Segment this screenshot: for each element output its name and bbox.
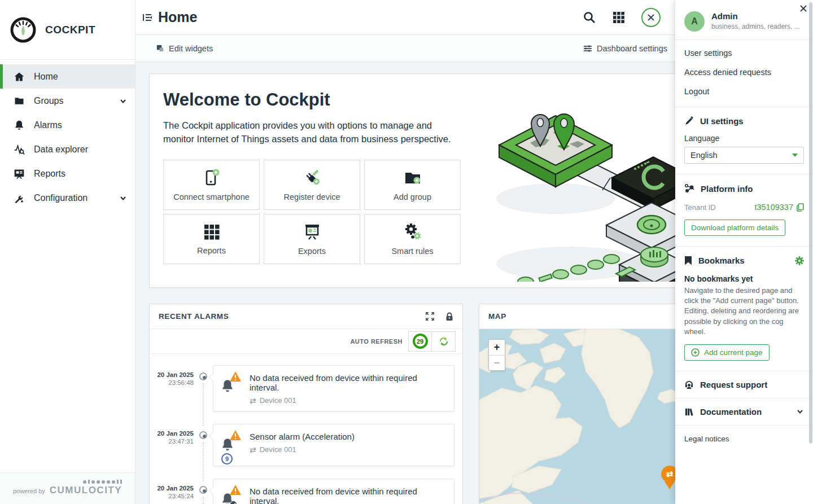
folder-add-icon (403, 168, 422, 187)
chevron-down-icon (792, 154, 798, 157)
cumulocity-logo: CUMULOCITY (50, 480, 122, 496)
device-exchange-icon: ⇄ (250, 397, 256, 405)
dashboard-settings-button[interactable]: Dashboard settings (583, 44, 667, 53)
bell-icon (14, 120, 25, 131)
page-title: Home (158, 9, 197, 25)
data-explorer-icon (14, 144, 25, 155)
map-widget-title: MAP (488, 312, 506, 321)
zoom-in-button[interactable]: + (489, 340, 505, 355)
powered-by-label: powered by (13, 488, 45, 496)
sliders-icon (583, 44, 592, 53)
bookmarks-section: Bookmarks No bookmarks yet Navigate to t… (675, 247, 813, 371)
tile-exports[interactable]: Exports (264, 214, 360, 264)
user-name: Admin (711, 11, 801, 21)
close-panel-button[interactable] (800, 5, 807, 12)
sidebar-item-configuration[interactable]: Configuration (0, 186, 135, 210)
alarm-card[interactable]: No data received from device within requ… (213, 365, 454, 411)
legal-notices-link[interactable]: Legal notices (675, 426, 813, 452)
timeline-dot (199, 431, 207, 439)
sidebar-item-data-explorer[interactable]: Data explorer (0, 137, 135, 161)
presentation-icon (303, 222, 322, 242)
tile-connect-smartphone[interactable]: Connect smartphone (163, 160, 260, 210)
zoom-out-button[interactable]: − (489, 355, 505, 370)
ui-settings-section: UI settings Language English (675, 107, 813, 174)
smartphone-add-icon (202, 168, 221, 187)
menu-item-access-denied-requests[interactable]: Access denied requests (675, 63, 813, 82)
user-panel: A Admin business, admins, readers, ... U… (675, 0, 813, 504)
edit-widgets-button[interactable]: Edit widgets (156, 44, 213, 53)
cockpit-gauge-icon (9, 16, 37, 44)
grid-icon (203, 223, 221, 241)
alarm-device-link[interactable]: ⇄Device 001 (250, 396, 447, 405)
tile-add-group[interactable]: Add group (364, 160, 461, 210)
app-logo: COCKPIT (0, 0, 135, 60)
documentation-item[interactable]: Documentation (675, 398, 813, 425)
user-roles: business, admins, readers, ... (711, 23, 801, 30)
tenant-id-value[interactable]: t35109337 (754, 203, 804, 212)
home-icon (14, 71, 25, 82)
bookmark-icon (684, 256, 692, 265)
sidebar: COCKPIT Home Groups Alarms Data explorer… (0, 0, 136, 504)
tile-register-device[interactable]: Register device (264, 160, 360, 210)
alarm-card[interactable]: No data received from device within requ… (213, 479, 454, 504)
add-current-page-button[interactable]: Add current page (684, 344, 770, 361)
search-icon[interactable] (583, 11, 596, 24)
refresh-icon (439, 336, 449, 347)
plus-circle-icon (691, 348, 700, 357)
countdown-badge: 29 (413, 334, 428, 349)
lock-icon[interactable] (445, 312, 453, 321)
timeline-dot (199, 486, 207, 494)
device-exchange-icon: ⇄ (250, 446, 256, 454)
chevron-down-icon (119, 194, 127, 202)
sidebar-item-home[interactable]: Home (0, 64, 135, 89)
gear-icon[interactable] (795, 256, 804, 265)
close-user-menu-button[interactable] (641, 8, 661, 27)
user-info: A Admin business, admins, readers, ... (675, 0, 813, 40)
tenant-id-label: Tenant ID (684, 203, 716, 212)
configuration-icon (14, 192, 25, 204)
chevron-down-icon (796, 407, 804, 415)
auto-refresh-countdown-button[interactable]: 29 (408, 331, 432, 352)
request-support-item[interactable]: Request support (675, 371, 813, 398)
app-switcher-icon[interactable] (612, 11, 626, 24)
alarm-card[interactable]: 9 Sensor alarm (Acceleration) ⇄Device 00… (213, 424, 454, 466)
warning-triangle-icon (229, 430, 242, 441)
download-platform-details-button[interactable]: Download platform details (684, 220, 785, 236)
cumulocity-brand: CUMULOCITY (50, 485, 122, 496)
alarm-device-link[interactable]: ⇄Device 001 (250, 445, 355, 454)
sidebar-item-groups[interactable]: Groups (0, 89, 135, 113)
expand-icon[interactable] (426, 312, 434, 321)
bookmarks-empty-title: No bookmarks yet (684, 274, 804, 283)
collapse-sidebar-icon[interactable] (142, 12, 152, 23)
app-name: COCKPIT (45, 24, 95, 36)
pen-icon (684, 116, 694, 126)
avatar: A (684, 11, 705, 32)
tile-reports[interactable]: Reports (163, 214, 260, 264)
warning-triangle-icon (229, 371, 242, 382)
alarm-list: 20 Jan 202523:56:48 No data received fro… (150, 354, 462, 504)
menu-item-logout[interactable]: Logout (675, 82, 813, 101)
panel-scrollbar[interactable] (809, 2, 812, 444)
close-icon (648, 14, 654, 21)
refresh-button[interactable] (432, 331, 456, 352)
map-zoom-control: + − (488, 339, 505, 371)
chevron-down-icon (119, 97, 127, 105)
alarm-entry: 20 Jan 202523:56:48 No data received fro… (152, 365, 454, 411)
timeline-dot (199, 372, 207, 380)
alarm-count-badge: 9 (221, 453, 233, 464)
sidebar-item-reports[interactable]: Reports (0, 161, 135, 186)
language-select[interactable]: English (684, 147, 804, 164)
tile-smart-rules[interactable]: Smart rules (364, 214, 461, 264)
network-icon (684, 183, 694, 194)
bookmarks-empty-text: Navigate to the desired page and click t… (684, 286, 804, 337)
recent-alarms-widget: RECENT ALARMS AUTO REFRESH 29 (149, 304, 463, 504)
folder-icon (14, 95, 25, 107)
books-icon (684, 407, 694, 417)
copy-icon[interactable] (797, 203, 804, 212)
menu-item-user-settings[interactable]: User settings (675, 43, 813, 63)
auto-refresh-label: AUTO REFRESH (350, 338, 403, 345)
alarm-entry: 20 Jan 202523:45:24 No data received fro… (152, 479, 454, 504)
plug-add-icon (303, 168, 322, 187)
sidebar-item-alarms[interactable]: Alarms (0, 113, 135, 137)
reports-icon (14, 168, 25, 179)
